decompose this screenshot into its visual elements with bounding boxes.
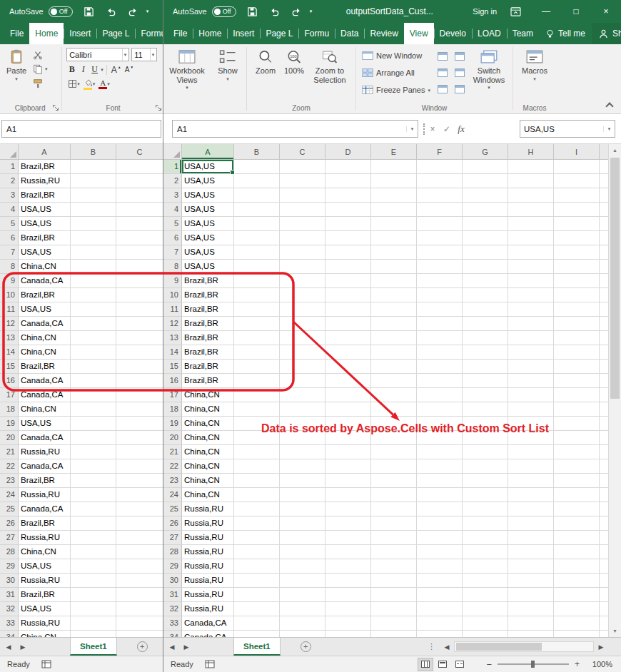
row-header-33[interactable]: 33 — [163, 616, 182, 631]
row-header-26[interactable]: 26 — [163, 516, 182, 531]
cell-I23[interactable] — [554, 474, 600, 488]
tab-page-l[interactable]: Page L — [96, 23, 135, 44]
cell-H13[interactable] — [508, 331, 554, 345]
cell-F13[interactable] — [417, 331, 463, 345]
row-header-22[interactable]: 22 — [0, 459, 19, 474]
unhide-window-icon[interactable] — [438, 85, 448, 93]
cell-E11[interactable] — [371, 302, 417, 317]
cell-D5[interactable] — [325, 217, 371, 231]
cell-C26[interactable] — [280, 516, 325, 531]
horizontal-scrollbar[interactable] — [454, 641, 594, 652]
cell-I22[interactable] — [554, 459, 600, 474]
cell-C16[interactable] — [116, 374, 163, 388]
sheet-tab-sheet1[interactable]: Sheet1 — [70, 638, 117, 656]
cell-F25[interactable] — [417, 502, 463, 516]
cell-A31[interactable]: Russia,RU — [182, 588, 234, 602]
tab-insert[interactable]: Insert — [227, 23, 260, 44]
cell-B10[interactable] — [71, 288, 116, 302]
show-button[interactable]: Show ▾ — [213, 47, 242, 102]
cell-F8[interactable] — [417, 260, 463, 274]
cell-G18[interactable] — [463, 402, 508, 417]
cell-F5[interactable] — [417, 217, 463, 231]
column-header-D[interactable]: D — [325, 144, 371, 159]
cell-B26[interactable] — [234, 516, 280, 531]
cell-H7[interactable] — [508, 245, 554, 260]
cell-C17[interactable] — [280, 388, 325, 402]
cell-A25[interactable]: Canada,CA — [19, 502, 71, 516]
row-header-13[interactable]: 13 — [0, 331, 19, 345]
row-header-22[interactable]: 22 — [163, 459, 182, 474]
cell-A1[interactable]: USA,US — [182, 160, 234, 174]
row-header-5[interactable]: 5 — [163, 217, 182, 231]
column-header-I[interactable]: I — [554, 144, 600, 159]
cell-C30[interactable] — [280, 574, 325, 588]
cell-D20[interactable] — [325, 431, 371, 445]
column-header-A[interactable]: A — [19, 144, 71, 159]
cell-A25[interactable]: Russia,RU — [182, 502, 234, 516]
cell-I6[interactable] — [554, 231, 600, 245]
cell-D19[interactable] — [325, 417, 371, 431]
cell-F24[interactable] — [417, 488, 463, 502]
cell-F31[interactable] — [417, 588, 463, 602]
cell-E8[interactable] — [371, 260, 417, 274]
cell-F28[interactable] — [417, 545, 463, 559]
cell-A21[interactable]: China,CN — [182, 445, 234, 459]
cell-G1[interactable] — [463, 160, 508, 174]
cell-B31[interactable] — [71, 588, 116, 602]
redo-button[interactable] — [291, 6, 303, 17]
underline-button[interactable]: U — [89, 63, 100, 76]
cell-B1[interactable] — [71, 160, 116, 174]
cell-I20[interactable] — [554, 431, 600, 445]
cell-A34[interactable]: China,CN — [19, 631, 71, 637]
cell-H27[interactable] — [508, 531, 554, 545]
zoom-slider-thumb[interactable] — [531, 661, 535, 668]
autosave-toggle[interactable]: Off — [212, 6, 236, 17]
row-header-30[interactable]: 30 — [0, 574, 19, 588]
save-button[interactable] — [247, 6, 258, 17]
cell-E31[interactable] — [371, 588, 417, 602]
sheet-nav-prev-icon[interactable]: ◀ — [165, 638, 179, 656]
cell-H20[interactable] — [508, 431, 554, 445]
cell-C23[interactable] — [116, 474, 163, 488]
cell-C12[interactable] — [280, 317, 325, 331]
bold-button[interactable]: B — [66, 63, 77, 76]
row-header-30[interactable]: 30 — [163, 574, 182, 588]
cell-B31[interactable] — [234, 588, 280, 602]
cell-I7[interactable] — [554, 245, 600, 260]
cell-F12[interactable] — [417, 317, 463, 331]
cell-C4[interactable] — [280, 203, 325, 217]
row-header-5[interactable]: 5 — [0, 217, 19, 231]
cell-F18[interactable] — [417, 402, 463, 417]
tab-file[interactable]: File — [168, 23, 193, 44]
cell-D2[interactable] — [325, 174, 371, 188]
cell-C32[interactable] — [116, 602, 163, 616]
cell-C7[interactable] — [280, 245, 325, 260]
cell-B28[interactable] — [71, 545, 116, 559]
row-header-25[interactable]: 25 — [0, 502, 19, 516]
cell-G11[interactable] — [463, 302, 508, 317]
cell-C5[interactable] — [280, 217, 325, 231]
cell-A13[interactable]: China,CN — [19, 331, 71, 345]
cell-C28[interactable] — [116, 545, 163, 559]
row-header-34[interactable]: 34 — [163, 631, 182, 637]
cell-F10[interactable] — [417, 288, 463, 302]
cell-B5[interactable] — [234, 217, 280, 231]
cell-G15[interactable] — [463, 360, 508, 374]
cell-D13[interactable] — [325, 331, 371, 345]
scroll-down-icon[interactable]: ▼ — [609, 625, 621, 637]
cell-A30[interactable]: Russia,RU — [182, 574, 234, 588]
scroll-up-icon[interactable]: ▲ — [609, 144, 621, 156]
cell-B9[interactable] — [234, 274, 280, 288]
tell-me-button[interactable]: Tell me — [539, 23, 592, 44]
cell-D16[interactable] — [325, 374, 371, 388]
cell-I12[interactable] — [554, 317, 600, 331]
row-header-31[interactable]: 31 — [0, 588, 19, 602]
cell-D31[interactable] — [325, 588, 371, 602]
cell-C12[interactable] — [116, 317, 163, 331]
cell-C1[interactable] — [280, 160, 325, 174]
cell-D27[interactable] — [325, 531, 371, 545]
cell-D12[interactable] — [325, 317, 371, 331]
column-header-G[interactable]: G — [463, 144, 508, 159]
row-header-20[interactable]: 20 — [163, 431, 182, 445]
cell-C8[interactable] — [116, 260, 163, 274]
